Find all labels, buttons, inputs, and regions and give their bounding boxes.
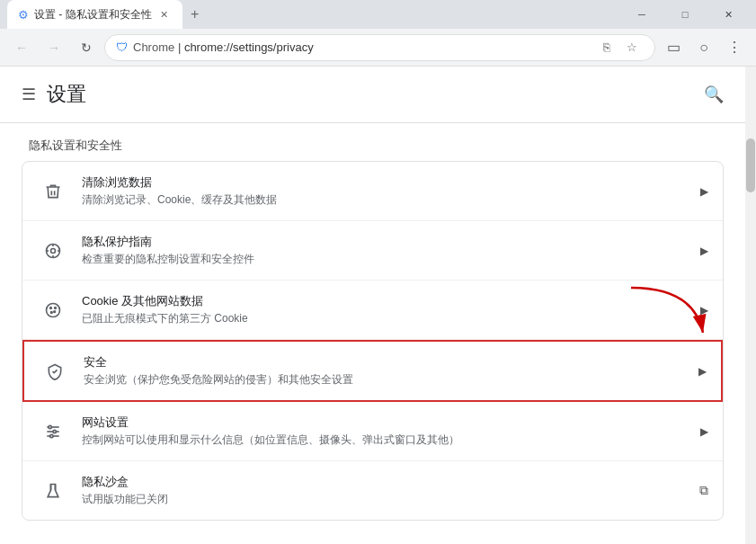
tab-favicon-icon: ⚙: [18, 8, 29, 22]
chrome-menu-button[interactable]: ⋮: [720, 33, 749, 62]
chevron-right-icon: ▶: [700, 425, 708, 438]
svg-point-10: [55, 307, 57, 308]
cookies-subtitle: 已阻止无痕模式下的第三方 Cookie: [82, 311, 693, 326]
titlebar-left: ⚙ 设置 - 隐私设置和安全性 ✕ +: [7, 0, 208, 29]
back-button[interactable]: ←: [7, 33, 36, 62]
privacy-sandbox-subtitle: 试用版功能已关闭: [82, 492, 692, 507]
shield-eye-icon: [37, 235, 69, 267]
svg-point-9: [51, 311, 53, 313]
sliders-icon: [37, 415, 69, 448]
site-info-icon[interactable]: 🛡: [116, 40, 128, 54]
tab-view-button[interactable]: ▭: [659, 33, 688, 62]
close-button[interactable]: ✕: [707, 0, 749, 29]
sidebar-toggle-button[interactable]: ☰: [22, 85, 36, 104]
settings-search-button[interactable]: 🔍: [704, 85, 724, 104]
svg-point-16: [53, 430, 56, 433]
site-settings-text: 网站设置 控制网站可以使用和显示什么信息（如位置信息、摄像头、弹出式窗口及其他）: [82, 415, 693, 448]
security-subtitle: 安全浏览（保护您免受危险网站的侵害）和其他安全设置: [84, 372, 691, 388]
privacy-guide-subtitle: 检查重要的隐私控制设置和安全控件: [82, 252, 693, 267]
privacy-guide-text: 隐私保护指南 检查重要的隐私控制设置和安全控件: [82, 234, 693, 267]
svg-point-1: [51, 248, 56, 253]
privacy-guide-title: 隐私保护指南: [82, 234, 693, 250]
settings-item-privacy-sandbox[interactable]: 隐私沙盒 试用版功能已关闭 ⧉: [22, 461, 723, 520]
address-bar[interactable]: 🛡 Chrome | chrome://settings/privacy ⎘ ☆: [104, 34, 655, 61]
url-domain: Chrome: [133, 40, 174, 54]
tab-close-button[interactable]: ✕: [157, 7, 172, 22]
toolbar-right: ▭ ○ ⋮: [659, 33, 749, 62]
chevron-right-icon: ▶: [700, 185, 708, 198]
settings-item-site-settings[interactable]: 网站设置 控制网站可以使用和显示什么信息（如位置信息、摄像头、弹出式窗口及其他）…: [22, 402, 723, 461]
share-button[interactable]: ⎘: [595, 36, 618, 59]
security-title: 安全: [84, 354, 691, 370]
external-link-icon: ⧉: [699, 483, 708, 498]
settings-item-cookies[interactable]: Cookie 及其他网站数据 已阻止无痕模式下的第三方 Cookie ▶: [22, 281, 723, 340]
window-controls: ─ □ ✕: [621, 0, 749, 29]
privacy-section: 隐私设置和安全性 清除浏览数据 清除浏览记录、Cookie、: [0, 123, 745, 535]
settings-page-title: 设置: [47, 81, 86, 108]
site-settings-title: 网站设置: [82, 415, 693, 431]
privacy-sandbox-text: 隐私沙盒 试用版功能已关闭: [82, 474, 692, 507]
settings-header: ☰ 设置 🔍: [0, 67, 745, 123]
settings-item-security[interactable]: 安全 安全浏览（保护您免受危险网站的侵害）和其他安全设置 ▶: [22, 340, 723, 402]
cookies-title: Cookie 及其他网站数据: [82, 293, 693, 309]
scrollbar[interactable]: [745, 67, 756, 544]
scrollbar-thumb[interactable]: [746, 138, 755, 192]
shield-check-icon: [39, 355, 71, 388]
settings-item-clear-browsing[interactable]: 清除浏览数据 清除浏览记录、Cookie、缓存及其他数据 ▶: [22, 162, 723, 221]
clear-browsing-title: 清除浏览数据: [82, 174, 693, 191]
settings-item-privacy-guide[interactable]: 隐私保护指南 检查重要的隐私控制设置和安全控件 ▶: [22, 221, 723, 281]
section-title: 隐私设置和安全性: [22, 138, 724, 154]
svg-point-6: [47, 303, 60, 317]
chevron-right-icon: ▶: [698, 365, 707, 378]
url-separator: |: [178, 40, 184, 54]
url-display: Chrome | chrome://settings/privacy: [133, 40, 590, 54]
new-tab-button[interactable]: +: [182, 2, 208, 27]
chevron-right-icon: ▶: [700, 245, 708, 257]
refresh-button[interactable]: ↻: [72, 33, 101, 62]
svg-point-7: [50, 307, 52, 308]
profile-button[interactable]: ○: [689, 33, 718, 62]
restore-button[interactable]: □: [664, 0, 706, 29]
cookie-icon: [37, 294, 69, 326]
forward-button[interactable]: →: [40, 33, 68, 62]
omnibar: ← → ↻ 🛡 Chrome | chrome://settings/priva…: [0, 29, 756, 67]
minimize-button[interactable]: ─: [621, 0, 663, 29]
svg-point-8: [54, 310, 56, 312]
address-actions: ⎘ ☆: [595, 36, 644, 59]
security-text: 安全 安全浏览（保护您免受危险网站的侵害）和其他安全设置: [84, 354, 691, 388]
url-path: chrome://settings/privacy: [184, 40, 314, 54]
flask-icon: [37, 475, 69, 507]
cookies-text: Cookie 及其他网站数据 已阻止无痕模式下的第三方 Cookie: [82, 293, 693, 326]
active-tab[interactable]: ⚙ 设置 - 隐私设置和安全性 ✕: [7, 0, 182, 29]
tab-title: 设置 - 隐私设置和安全性: [34, 7, 152, 22]
svg-point-17: [50, 434, 53, 437]
titlebar: ⚙ 设置 - 隐私设置和安全性 ✕ + ─ □ ✕: [0, 0, 756, 29]
svg-point-15: [49, 425, 51, 428]
clear-browsing-text: 清除浏览数据 清除浏览记录、Cookie、缓存及其他数据: [82, 174, 693, 208]
bookmark-button[interactable]: ☆: [620, 36, 644, 59]
clear-browsing-subtitle: 清除浏览记录、Cookie、缓存及其他数据: [82, 192, 693, 208]
main-content: ☰ 设置 🔍 隐私设置和安全性: [0, 67, 756, 544]
settings-area: ☰ 设置 🔍 隐私设置和安全性: [0, 67, 745, 544]
settings-card: 清除浏览数据 清除浏览记录、Cookie、缓存及其他数据 ▶: [22, 161, 724, 521]
privacy-sandbox-title: 隐私沙盒: [82, 474, 692, 490]
trash-icon: [37, 175, 69, 208]
site-settings-subtitle: 控制网站可以使用和显示什么信息（如位置信息、摄像头、弹出式窗口及其他）: [82, 433, 693, 448]
chevron-right-icon: ▶: [700, 304, 708, 317]
